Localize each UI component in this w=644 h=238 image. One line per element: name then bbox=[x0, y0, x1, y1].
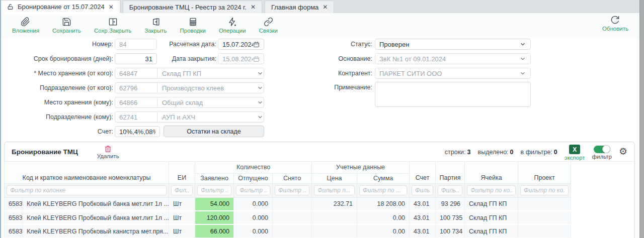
cell-requested[interactable]: 120.000 bbox=[195, 211, 234, 224]
column-header-released[interactable]: Отпущено bbox=[234, 173, 273, 183]
filter-input-name[interactable] bbox=[7, 185, 167, 195]
calendar-icon[interactable] bbox=[253, 41, 260, 48]
cell-sum[interactable]: 18 208.00 bbox=[357, 197, 410, 211]
calc-date-field[interactable]: 15.07.2024 bbox=[218, 39, 264, 50]
column-header-price[interactable]: Цена bbox=[312, 173, 357, 183]
cell-released[interactable]: 0.000 bbox=[234, 197, 273, 211]
cell-ei[interactable]: Шт bbox=[169, 211, 195, 224]
column-header-account[interactable]: Счет bbox=[410, 162, 436, 183]
cell-code[interactable]: 65830 bbox=[5, 197, 23, 211]
chevron-down-icon[interactable] bbox=[257, 70, 264, 77]
cell-project[interactable] bbox=[518, 197, 571, 211]
column-header-project[interactable]: Проект bbox=[518, 162, 571, 183]
cell-name[interactable]: Клей KLEYBERG Пробковый канистра мет.пря… bbox=[23, 224, 169, 238]
column-header-batch[interactable]: Партия bbox=[436, 162, 465, 183]
tab-main-form[interactable]: Главная форма bbox=[265, 1, 334, 13]
filter-input-sum[interactable] bbox=[359, 185, 407, 195]
filter-input-cell[interactable] bbox=[467, 185, 516, 195]
cell-account[interactable]: 43.01 bbox=[410, 211, 436, 224]
export-excel-button[interactable]: экспорт bbox=[565, 145, 585, 161]
cell-project[interactable] bbox=[518, 211, 571, 224]
filter-input-removed[interactable] bbox=[275, 185, 309, 195]
operations-button[interactable]: Операции bbox=[219, 17, 246, 34]
links-button[interactable]: Связки bbox=[259, 17, 278, 34]
cell-code[interactable]: 65831 bbox=[5, 224, 23, 238]
tab-booking-document[interactable]: Бронирование от 15.07.2024 bbox=[1, 0, 120, 13]
filter-input-batch[interactable] bbox=[438, 185, 462, 195]
basis-select[interactable]: ЗвК №1 от 09.01.2024 bbox=[375, 53, 531, 64]
column-header-removed[interactable]: Снято bbox=[273, 173, 312, 183]
dept-to-select[interactable]: 62741 АУП и АХЧ bbox=[115, 111, 264, 123]
close-date-field[interactable]: 15.08.2024 bbox=[218, 53, 264, 64]
cell-removed[interactable] bbox=[273, 224, 312, 238]
counterparty-select[interactable]: ПАРКЕТ СИТИ ООО bbox=[375, 68, 531, 79]
note-textarea[interactable] bbox=[375, 82, 531, 107]
cell-batch[interactable]: 100 735 bbox=[436, 211, 465, 224]
chevron-down-icon[interactable] bbox=[257, 84, 264, 91]
table-row[interactable]: 65830 Клей KLEYBERG Пробковый банка мет.… bbox=[5, 197, 571, 211]
cell-requested[interactable]: 66.000 bbox=[195, 224, 234, 238]
save-button[interactable]: Сохранить bbox=[52, 17, 81, 34]
close-icon[interactable] bbox=[323, 4, 328, 10]
column-header-ei[interactable]: ЕИ bbox=[169, 162, 195, 183]
chevron-down-icon[interactable] bbox=[519, 55, 526, 62]
cell-released[interactable]: 0.000 bbox=[234, 211, 273, 224]
cell-released[interactable]: 0.000 bbox=[234, 224, 273, 238]
cell-batch[interactable]: 100 734 bbox=[436, 224, 465, 238]
cell-sum[interactable]: 0.00 bbox=[357, 211, 410, 224]
cell-name[interactable]: Клей KLEYBERG Пробковый банка мет.лит 1л… bbox=[23, 197, 169, 211]
cell-name[interactable]: Клей KLEYBERG Пробковый банка мет.лит 1л… bbox=[23, 211, 169, 224]
vertical-scrollbar[interactable] bbox=[639, 0, 644, 238]
number-field[interactable]: 84 bbox=[115, 39, 157, 50]
cell-batch[interactable]: 93 296 bbox=[436, 197, 465, 211]
chevron-down-icon[interactable] bbox=[519, 70, 526, 77]
column-header-requested[interactable]: Заявлено bbox=[195, 173, 234, 183]
postings-button[interactable]: Проводки bbox=[180, 17, 206, 34]
close-icon[interactable] bbox=[251, 4, 256, 10]
cell-cell[interactable]: Склад ГП КП bbox=[465, 224, 518, 238]
filter-input-released[interactable] bbox=[236, 185, 270, 195]
filter-input-requested[interactable] bbox=[197, 185, 231, 195]
table-row[interactable]: 65830 Клей KLEYBERG Пробковый банка мет.… bbox=[5, 211, 571, 224]
column-header-name[interactable]: Код и краткое наименование номенклатуры bbox=[5, 162, 169, 183]
column-header-sum[interactable]: Сумма bbox=[357, 173, 410, 183]
toggle-on-icon[interactable] bbox=[594, 146, 610, 153]
cell-account[interactable]: 43.01 bbox=[410, 197, 436, 211]
account-field[interactable]: 10%,4%,08% bbox=[115, 126, 160, 137]
save-close-button[interactable]: Сохр.Закрыть bbox=[94, 17, 131, 34]
filter-input-ei[interactable] bbox=[171, 185, 193, 195]
cell-cell[interactable]: Склад ГП КП bbox=[465, 197, 518, 211]
cell-account[interactable]: 43.01 bbox=[410, 224, 436, 238]
chevron-down-icon[interactable] bbox=[257, 99, 264, 106]
gear-icon[interactable] bbox=[619, 147, 627, 156]
filter-input-price[interactable] bbox=[314, 185, 355, 195]
storage-from-select[interactable]: 64847 Склад ГП КП bbox=[115, 68, 264, 79]
cell-price[interactable] bbox=[312, 211, 357, 224]
dept-from-select[interactable]: 62796 Производство клеев bbox=[115, 82, 264, 93]
cell-price[interactable]: 232.71 bbox=[312, 197, 357, 211]
cell-project[interactable] bbox=[518, 224, 571, 238]
chevron-down-icon[interactable] bbox=[257, 113, 264, 121]
chevron-down-icon[interactable] bbox=[519, 41, 526, 48]
status-select[interactable]: Проверен bbox=[375, 39, 531, 50]
filter-input-project[interactable] bbox=[520, 185, 569, 195]
filter-input-account[interactable] bbox=[412, 185, 433, 195]
cell-cell[interactable]: Склад ГП КП bbox=[465, 211, 518, 224]
cell-removed[interactable] bbox=[273, 197, 312, 211]
cell-ei[interactable]: Шт bbox=[169, 197, 195, 211]
stock-balance-button[interactable]: Остатки на складе bbox=[164, 126, 264, 137]
delete-row-button[interactable]: Удалить bbox=[97, 145, 119, 159]
storage-to-select[interactable]: 64866 Общий склад bbox=[115, 97, 264, 108]
cell-requested[interactable]: 54.000 bbox=[195, 197, 234, 211]
duration-field[interactable]: 31 bbox=[115, 53, 157, 64]
cell-removed[interactable] bbox=[273, 211, 312, 224]
column-header-cell[interactable]: Ячейка bbox=[465, 162, 518, 183]
cell-sum[interactable]: 0.00 bbox=[357, 224, 410, 238]
cell-price[interactable] bbox=[312, 224, 357, 238]
refresh-button[interactable]: Обновить bbox=[602, 15, 628, 32]
close-icon[interactable] bbox=[109, 4, 114, 10]
attachments-button[interactable]: Вложения bbox=[12, 17, 39, 34]
filter-toggle[interactable]: фильтр bbox=[592, 146, 612, 160]
cell-ei[interactable]: Шт bbox=[169, 224, 195, 238]
tab-booking-registry[interactable]: Бронирование ТМЦ - Реестр за 2024 г. bbox=[123, 1, 262, 13]
